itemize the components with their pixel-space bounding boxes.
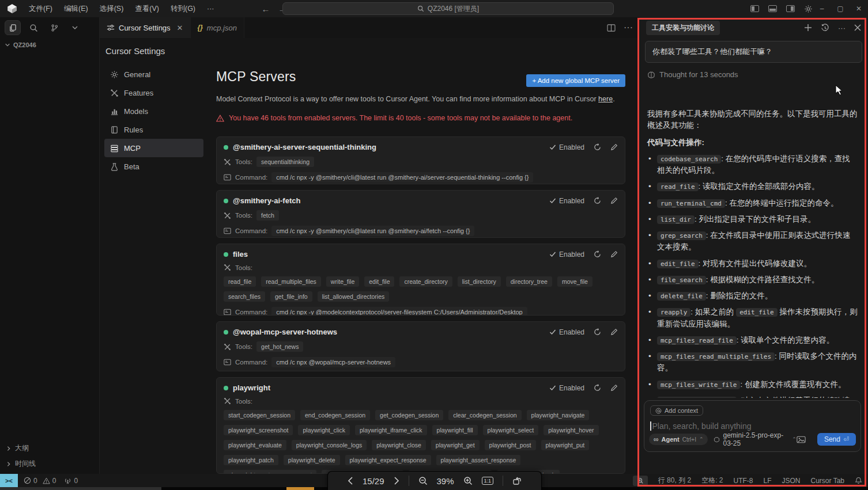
refresh-icon[interactable] (594, 384, 601, 392)
close-chat-icon[interactable] (854, 24, 861, 31)
source-control-icon[interactable] (46, 20, 62, 35)
here-link[interactable]: here (598, 95, 613, 103)
inline-code-chip: mcp_files_read_file (657, 336, 737, 345)
enabled-toggle[interactable]: Enabled (549, 384, 584, 392)
edit-icon[interactable] (610, 197, 618, 204)
zoom-in-icon[interactable] (463, 476, 473, 485)
error-icon (24, 477, 31, 484)
refresh-icon[interactable] (594, 328, 601, 336)
server-status-dot (224, 199, 228, 203)
chevron-down-icon[interactable] (67, 20, 83, 35)
line-col-indicator[interactable]: 行 80, 列 2 (658, 476, 691, 485)
more-actions-icon[interactable]: ··· (624, 22, 633, 33)
edit-icon[interactable] (610, 250, 618, 258)
toggle-left-sidebar-icon[interactable] (750, 5, 759, 12)
edit-icon[interactable] (610, 384, 618, 392)
inline-code-chip: edit_file (657, 260, 699, 268)
history-icon[interactable] (821, 24, 829, 32)
enabled-toggle[interactable]: Enabled (549, 250, 584, 259)
explorer-copy-icon[interactable] (5, 20, 21, 35)
settings-nav-mcp[interactable]: MCP (104, 139, 203, 157)
tools-chips: read_fileread_multiple_fileswrite_fileed… (224, 276, 618, 302)
refresh-icon[interactable] (594, 250, 601, 258)
tools-icon (224, 212, 231, 219)
settings-nav-models[interactable]: Models (104, 102, 203, 120)
agent-mode-selector[interactable]: ∞ Agent Ctrl+I ⌃ (649, 434, 708, 445)
toggle-bottom-panel-icon[interactable] (768, 5, 777, 12)
image-attach-icon[interactable] (797, 436, 806, 443)
actual-size-icon[interactable]: 1:1 (482, 477, 494, 485)
gear-icon[interactable] (804, 5, 813, 13)
server-name: @wopal-mcp-server-hotnews (233, 328, 337, 336)
problems-indicator[interactable]: 0 0 (24, 477, 56, 485)
indent-indicator[interactable]: 空格: 2 (701, 476, 723, 485)
rotate-icon[interactable] (512, 477, 522, 485)
menu-编辑[interactable]: 编辑(E) (58, 0, 94, 17)
tool-chip: playwright_close (372, 440, 426, 450)
encoding-indicator[interactable]: UTF-8 (733, 477, 753, 485)
tool-chip: get_file_info (270, 291, 312, 302)
remote-indicator[interactable]: >< (0, 474, 18, 487)
maximize-button[interactable]: ▢ (831, 0, 850, 17)
inline-code-chip: grep_search (657, 231, 706, 240)
json-braces-icon: {} (198, 24, 203, 32)
refresh-icon[interactable] (594, 143, 601, 151)
enabled-toggle[interactable]: Enabled (549, 143, 584, 151)
tool-chip: playwright_get (431, 440, 480, 450)
menu-查看[interactable]: 查看(V) (129, 0, 165, 17)
timeline-section[interactable]: 时间线 (0, 456, 99, 472)
send-button[interactable]: Send⏎ (817, 433, 856, 446)
chat-more-icon[interactable]: ··· (838, 24, 846, 32)
menu-more[interactable]: ··· (201, 0, 220, 17)
menu-文件[interactable]: 文件(F) (23, 0, 58, 17)
tools-icon (224, 264, 231, 271)
add-context-chip[interactable]: Add context (650, 405, 703, 416)
settings-nav-rules[interactable]: Rules (104, 120, 203, 139)
zoom-status-icon[interactable] (633, 476, 648, 486)
refresh-icon[interactable] (594, 197, 601, 204)
tab-cursor-settings[interactable]: Cursor Settings ✕ (100, 17, 191, 38)
tool-chip: get_hot_news (256, 341, 303, 352)
minimize-button[interactable]: – (813, 0, 831, 17)
settings-nav-beta[interactable]: Beta (104, 157, 203, 176)
tool-chip: search_files (224, 291, 265, 302)
close-tab-icon[interactable]: ✕ (177, 24, 183, 32)
settings-nav-general[interactable]: General (104, 65, 203, 83)
settings-nav-features[interactable]: Features (104, 83, 203, 102)
chat-tab-title[interactable]: 工具安装与功能讨论 (646, 21, 720, 35)
ports-indicator[interactable]: 0 (64, 477, 78, 485)
chevron-down-icon (5, 42, 10, 48)
chat-input-box[interactable]: Add context Plan, search, build anything… (644, 400, 861, 452)
eol-indicator[interactable]: LF (763, 477, 771, 485)
enabled-toggle[interactable]: Enabled (549, 197, 584, 205)
tools-row: Tools: (224, 264, 618, 271)
language-indicator[interactable]: JSON (782, 477, 801, 485)
tool-chip: clear_codegen_session (448, 410, 521, 420)
toggle-right-sidebar-icon[interactable] (786, 5, 795, 12)
menu-选择[interactable]: 选择(S) (94, 0, 130, 17)
warning-icon (43, 477, 50, 484)
thought-row[interactable]: Thought for 13 seconds (647, 70, 860, 79)
model-selector[interactable]: gemini-2.5-pro-exp-03-25 ⌃ (714, 431, 796, 447)
enabled-toggle[interactable]: Enabled (549, 328, 584, 336)
new-chat-icon[interactable] (804, 24, 812, 32)
split-editor-icon[interactable] (607, 24, 616, 32)
add-global-mcp-server-button[interactable]: + Add new global MCP server (526, 74, 625, 87)
zoom-out-icon[interactable] (418, 476, 428, 485)
tab-mcp-json[interactable]: {} mcp.json (191, 17, 244, 38)
bell-icon[interactable] (855, 477, 862, 484)
radio-tower-icon (64, 477, 71, 484)
menu-转到[interactable]: 转到(G) (165, 0, 201, 17)
edit-icon[interactable] (610, 328, 618, 336)
edit-icon[interactable] (610, 143, 618, 151)
command-center-search[interactable]: QZ2046 [管理员] (282, 2, 614, 15)
outline-section[interactable]: 大纲 (0, 440, 99, 456)
prev-page-icon[interactable] (348, 477, 353, 485)
close-window-button[interactable]: ✕ (850, 0, 868, 17)
project-root[interactable]: QZ2046 (0, 38, 99, 52)
cursor-tab-indicator[interactable]: Cursor Tab (811, 477, 844, 485)
assistant-bullet: read_file: 读取指定文件的全部或部分内容。 (647, 181, 858, 192)
search-panel-icon[interactable] (25, 20, 41, 35)
next-page-icon[interactable] (394, 477, 399, 485)
back-arrow-icon[interactable]: ← (262, 4, 270, 14)
